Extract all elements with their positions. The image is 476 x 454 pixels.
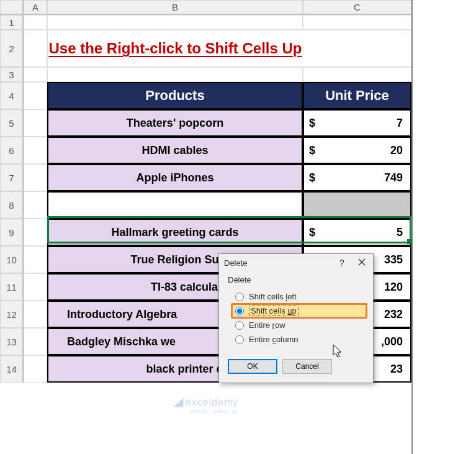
price-value: 7 [397, 117, 403, 130]
row-header-11[interactable]: 11 [0, 273, 24, 301]
cancel-button[interactable]: Cancel [282, 359, 332, 374]
watermark-text: exceldemy [186, 397, 238, 407]
cell-a8[interactable] [24, 191, 47, 219]
radio-input[interactable] [235, 335, 244, 344]
right-border [411, 0, 413, 454]
col-header-c[interactable]: C [303, 0, 411, 15]
watermark: ◢ exceldemy EXCEL · DATA · BI [174, 394, 238, 414]
row-header-1[interactable]: 1 [0, 15, 24, 30]
close-icon[interactable] [356, 258, 368, 268]
radio-input[interactable] [235, 307, 244, 316]
row-header-13[interactable]: 13 [0, 328, 24, 355]
radio-entire-column[interactable]: Entire column [234, 332, 364, 347]
row-header-7[interactable]: 7 [0, 164, 24, 191]
currency-symbol: $ [309, 226, 315, 239]
cursor-icon [333, 344, 344, 361]
price-cell[interactable]: $749 [303, 164, 411, 191]
cell-a3[interactable] [24, 67, 47, 82]
cell-a7[interactable] [24, 164, 47, 191]
radio-label: Entire row [249, 320, 285, 330]
radio-input[interactable] [235, 321, 244, 330]
page-title[interactable]: Use the Right-click to Shift Cells Up [47, 30, 303, 67]
cell-a1[interactable] [24, 15, 47, 30]
currency-symbol: $ [309, 171, 315, 184]
dialog-title: Delete [224, 258, 248, 268]
product-cell[interactable]: HDMI cables [47, 137, 303, 164]
radio-label: Entire column [249, 335, 299, 344]
cell-a12[interactable] [24, 301, 47, 328]
price-value: 20 [390, 144, 403, 157]
cell-c3[interactable] [303, 67, 411, 82]
cell-a11[interactable] [24, 273, 47, 301]
price-value: 5 [397, 226, 403, 239]
ok-button[interactable]: OK [228, 359, 277, 374]
product-cell[interactable]: Hallmark greeting cards [47, 219, 303, 246]
currency-symbol: $ [309, 117, 315, 130]
product-cell[interactable]: Theaters' popcorn [47, 109, 303, 137]
delete-dialog: Delete ? Delete Shift cells left Shift c… [218, 253, 374, 383]
group-label: Delete [228, 275, 364, 284]
cell-a13[interactable] [24, 328, 47, 355]
cell-a14[interactable] [24, 355, 47, 383]
products-header[interactable]: Products [47, 82, 303, 109]
radio-input[interactable] [235, 293, 244, 301]
dialog-titlebar[interactable]: Delete ? [219, 254, 373, 271]
watermark-sub: EXCEL · DATA · BI [191, 409, 238, 414]
price-cell-selected[interactable] [303, 191, 411, 219]
price-header[interactable]: Unit Price [303, 82, 411, 109]
row-header-4[interactable]: 4 [0, 82, 24, 109]
radio-entire-row[interactable]: Entire row [234, 318, 364, 332]
row-header-14[interactable]: 14 [0, 355, 24, 383]
row-header-9[interactable]: 9 [0, 219, 24, 246]
price-cell[interactable]: $5 [303, 219, 411, 246]
price-cell[interactable]: $20 [303, 137, 411, 164]
product-cell[interactable]: Apple iPhones [47, 164, 303, 191]
cell-c1[interactable] [303, 15, 411, 30]
cell-b3[interactable] [47, 67, 303, 82]
row-header-3[interactable]: 3 [0, 67, 24, 82]
product-cell-selected[interactable] [47, 191, 303, 219]
price-value: ,000 [381, 335, 403, 348]
price-value: 232 [384, 308, 403, 321]
radio-shift-up[interactable]: Shift cells up [231, 303, 367, 319]
help-icon[interactable]: ? [336, 258, 348, 268]
select-all-corner[interactable] [0, 0, 24, 15]
row-header-12[interactable]: 12 [0, 301, 24, 328]
cell-a2[interactable] [24, 30, 47, 67]
cell-a5[interactable] [24, 109, 47, 137]
row-header-2[interactable]: 2 [0, 30, 24, 67]
price-value: 120 [384, 281, 403, 294]
cell-c2[interactable] [303, 30, 411, 67]
row-header-6[interactable]: 6 [0, 137, 24, 164]
cell-a6[interactable] [24, 137, 47, 164]
radio-label: Shift cells left [249, 292, 297, 301]
currency-symbol: $ [309, 144, 315, 157]
cell-b1[interactable] [47, 15, 303, 30]
watermark-logo-icon: ◢ [174, 394, 183, 408]
price-value: 335 [384, 253, 403, 266]
cell-a9[interactable] [24, 219, 47, 246]
price-value: 749 [384, 171, 403, 184]
price-cell[interactable]: $7 [303, 109, 411, 137]
row-header-8[interactable]: 8 [0, 191, 24, 219]
price-value: 23 [390, 363, 403, 376]
cell-a4[interactable] [24, 82, 47, 109]
row-header-5[interactable]: 5 [0, 109, 24, 137]
col-header-b[interactable]: B [47, 0, 303, 15]
cell-a10[interactable] [24, 246, 47, 273]
radio-shift-left[interactable]: Shift cells left [234, 289, 364, 304]
radio-label: Shift cells up [249, 306, 299, 316]
row-header-10[interactable]: 10 [0, 246, 24, 273]
col-header-a[interactable]: A [24, 0, 47, 15]
